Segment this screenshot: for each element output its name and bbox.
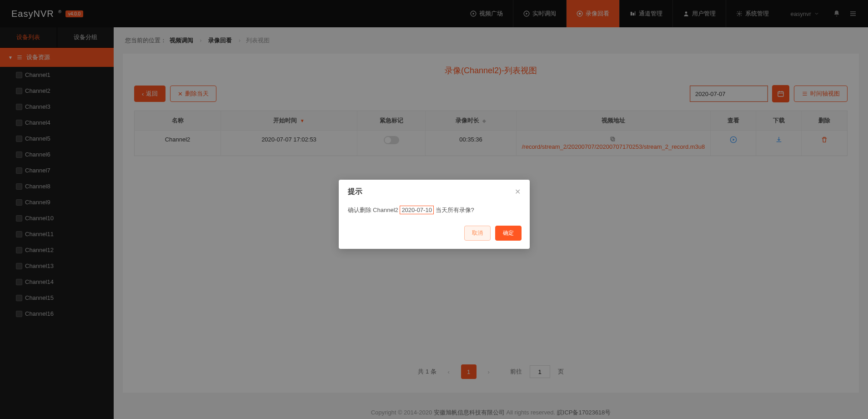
close-icon[interactable]: ✕ (515, 187, 521, 196)
dialog-highlight-date: 2020-07-10 (400, 206, 434, 214)
dialog-footer: 取消 确定 (339, 221, 530, 249)
dialog-text: 当天所有录像? (434, 207, 474, 213)
dialog-title: 提示 (348, 187, 515, 197)
dialog-text: 确认删除 Channel2 (348, 207, 400, 213)
cancel-button[interactable]: 取消 (464, 226, 491, 241)
confirm-dialog: 提示 ✕ 确认删除 Channel2 2020-07-10 当天所有录像? 取消… (339, 180, 530, 249)
dialog-header: 提示 ✕ (339, 180, 530, 204)
dialog-body: 确认删除 Channel2 2020-07-10 当天所有录像? (339, 204, 530, 221)
confirm-button[interactable]: 确定 (495, 226, 522, 241)
